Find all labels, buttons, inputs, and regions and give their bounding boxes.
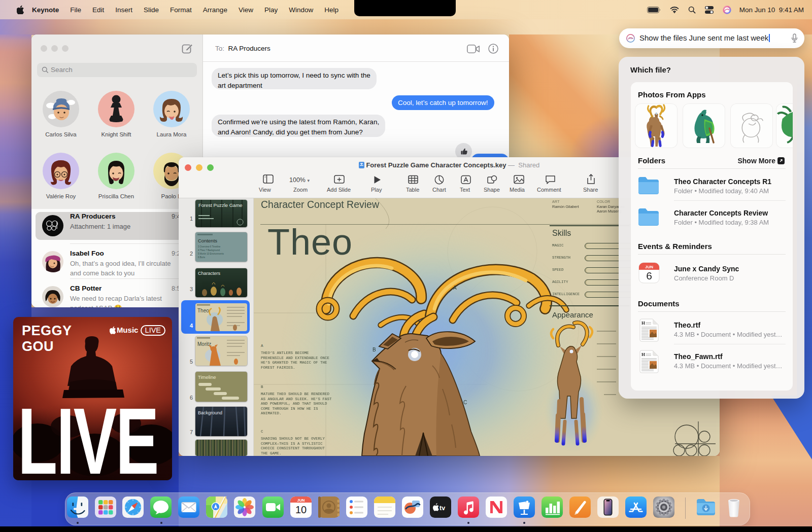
svg-text:6: 6 <box>646 270 652 281</box>
svg-text:4 Theo 7 Backgr: 4 Theo 7 Background <box>198 249 220 252</box>
svg-text:JUN: JUN <box>297 498 304 503</box>
svg-text:5 Moritz 10 Enviro: 5 Moritz 10 Environments <box>198 253 224 255</box>
svg-text:3 Overview 6 Timeli: 3 Overview 6 Timeline <box>198 245 221 248</box>
svg-text:6 Boris: 6 Boris <box>198 256 206 259</box>
svg-text:Theo: Theo <box>197 308 209 313</box>
svg-text:tv: tv <box>439 505 445 512</box>
svg-text:Forest Puzzle Game: Forest Puzzle Game <box>198 202 243 208</box>
svg-text:Moritz: Moritz <box>197 341 211 347</box>
svg-text:Characters: Characters <box>198 271 221 276</box>
svg-text:H: H <box>641 321 645 326</box>
svg-text:LIVE: LIVE <box>18 388 158 480</box>
svg-text:Background: Background <box>198 410 222 415</box>
svg-text:Contents: Contents <box>198 238 217 243</box>
svg-text:JUN: JUN <box>645 265 653 269</box>
svg-text:H: H <box>641 352 645 357</box>
svg-text:10: 10 <box>295 504 307 515</box>
svg-text:Timeline: Timeline <box>198 374 216 380</box>
